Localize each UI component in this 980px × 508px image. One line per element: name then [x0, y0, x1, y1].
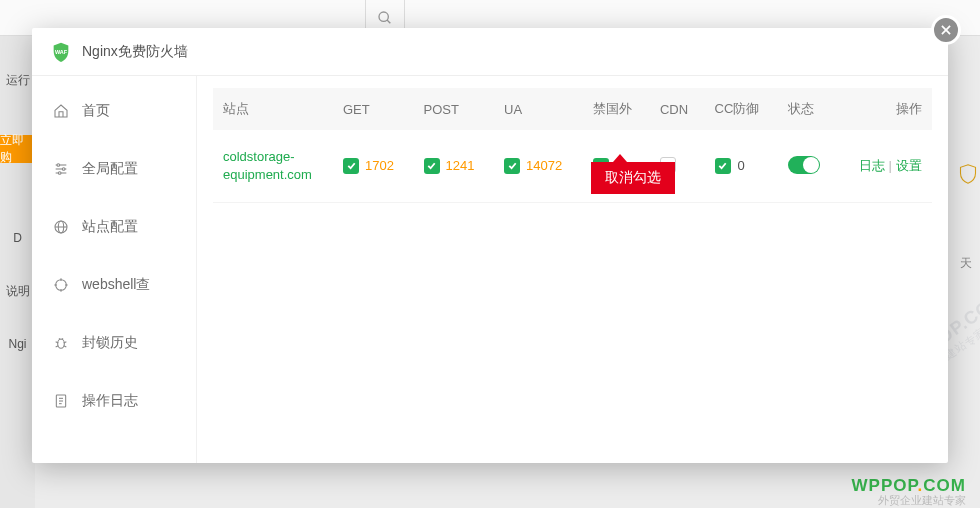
status-toggle[interactable] [788, 156, 820, 174]
bg-side-label: 运行 [0, 56, 35, 104]
brand-tag: 外贸企业建站专家 [878, 493, 966, 508]
svg-point-0 [379, 12, 388, 21]
svg-text:WAF: WAF [55, 48, 68, 54]
col-ua: UA [494, 88, 583, 130]
post-cell[interactable]: 1241 [424, 158, 475, 174]
bg-side-strip: 运行 D 说明 Ngi [0, 36, 35, 508]
sidebar-item-global[interactable]: 全局配置 [32, 140, 196, 198]
bg-side-label: Ngi [0, 320, 35, 368]
shield-icon: WAF [50, 41, 72, 63]
separator: | [889, 158, 892, 173]
sidebar-item-home[interactable]: 首页 [32, 82, 196, 140]
bg-right-note: 天 [960, 255, 972, 272]
modal-header: WAF Nginx免费防火墙 [32, 28, 948, 76]
site-link[interactable]: coldstorage-equipment.com [223, 149, 312, 182]
sidebar-item-blocklog[interactable]: 封锁历史 [32, 314, 196, 372]
sliders-icon [52, 160, 70, 178]
ops-set-link[interactable]: 设置 [896, 158, 922, 173]
check-icon [343, 158, 359, 174]
table-row: coldstorage-equipment.com 1702 1241 1407… [213, 130, 932, 203]
ssl-icon [955, 160, 980, 188]
svg-point-9 [62, 168, 65, 171]
content-area: 站点 GET POST UA 禁国外 CDN CC防御 状态 操作 coldst… [197, 76, 948, 463]
col-status: 状态 [778, 88, 837, 130]
svg-line-1 [387, 20, 390, 23]
col-post: POST [414, 88, 495, 130]
site-table: 站点 GET POST UA 禁国外 CDN CC防御 状态 操作 coldst… [213, 88, 932, 203]
svg-point-14 [56, 280, 67, 291]
globe-icon [52, 218, 70, 236]
sidebar-item-webshell[interactable]: webshell查 [32, 256, 196, 314]
sidebar: 首页 全局配置 站点配置 webshell查 封锁历史 操作日志 [32, 76, 197, 463]
sidebar-item-label: 封锁历史 [82, 334, 138, 352]
bg-side-label: 说明 [0, 267, 35, 315]
ops-log-link[interactable]: 日志 [859, 158, 885, 173]
sidebar-item-label: 首页 [82, 102, 110, 120]
svg-point-10 [58, 172, 61, 175]
bg-side-label: D [0, 214, 35, 262]
sidebar-item-oplog[interactable]: 操作日志 [32, 372, 196, 430]
sidebar-item-label: 站点配置 [82, 218, 138, 236]
col-site: 站点 [213, 88, 333, 130]
bug-icon [52, 334, 70, 352]
check-icon [715, 158, 731, 174]
col-foreign: 禁国外 [583, 88, 650, 130]
table-header-row: 站点 GET POST UA 禁国外 CDN CC防御 状态 操作 [213, 88, 932, 130]
modal-title: Nginx免费防火墙 [82, 43, 188, 61]
close-button[interactable] [931, 15, 961, 45]
svg-point-19 [58, 339, 65, 348]
check-icon [504, 158, 520, 174]
buy-button[interactable]: 立即购 [0, 135, 35, 163]
sidebar-item-label: webshell查 [82, 276, 150, 294]
firewall-modal: WAF Nginx免费防火墙 首页 全局配置 站点配置 webshell查 [32, 28, 948, 463]
target-icon [52, 276, 70, 294]
check-icon [424, 158, 440, 174]
cc-cell[interactable]: 0 [715, 158, 745, 174]
sidebar-item-label: 操作日志 [82, 392, 138, 410]
col-get: GET [333, 88, 414, 130]
col-ops: 操作 [837, 88, 932, 130]
get-cell[interactable]: 1702 [343, 158, 394, 174]
callout-tooltip: 取消勾选 [591, 162, 675, 194]
svg-point-8 [57, 164, 60, 167]
sidebar-item-site[interactable]: 站点配置 [32, 198, 196, 256]
col-cdn: CDN [650, 88, 705, 130]
sidebar-item-label: 全局配置 [82, 160, 138, 178]
col-cc: CC防御 [705, 88, 779, 130]
home-icon [52, 102, 70, 120]
log-icon [52, 392, 70, 410]
ua-cell[interactable]: 14072 [504, 158, 562, 174]
